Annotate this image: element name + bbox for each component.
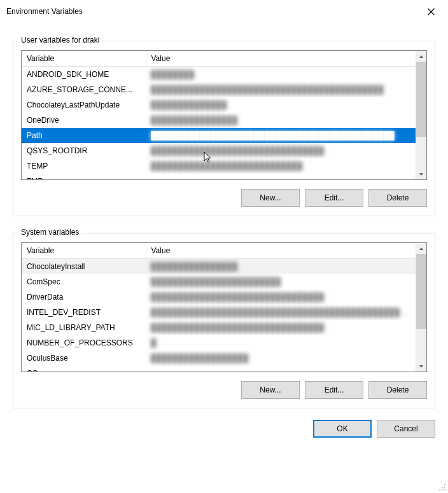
system-variables-table[interactable]: Variable Value ChocolateyInstall████████…: [21, 242, 427, 372]
svg-point-1: [442, 487, 443, 488]
system-variables-group: System variables Variable Value Chocolat…: [13, 233, 435, 408]
system-new-button[interactable]: New...: [241, 381, 300, 399]
system-scrollbar[interactable]: [416, 243, 426, 371]
table-row[interactable]: TEMP████████████████████████████: [22, 158, 416, 174]
user-variables-table[interactable]: Variable Value ANDROID_SDK_HOME████████A…: [21, 50, 427, 180]
scroll-down-button[interactable]: [416, 361, 426, 371]
close-button[interactable]: [423, 3, 439, 20]
variable-name-cell: OneDrive: [22, 113, 146, 128]
system-variables-label: System variables: [18, 228, 81, 237]
variable-value-cell: ████████████████████████████: [146, 158, 416, 174]
user-delete-button[interactable]: Delete: [368, 189, 427, 207]
close-icon: [428, 8, 435, 15]
dialog-title: Environment Variables: [6, 7, 83, 16]
user-new-button[interactable]: New...: [241, 189, 300, 207]
ok-button[interactable]: OK: [313, 420, 372, 438]
system-edit-button[interactable]: Edit...: [305, 381, 363, 399]
variable-value-cell: ████████████████: [146, 113, 416, 128]
svg-point-2: [444, 487, 445, 488]
table-row[interactable]: INTEL_DEV_REDIST████████████████████████…: [22, 305, 416, 320]
table-row[interactable]: Path████████████████████████████████████…: [22, 128, 416, 143]
svg-point-0: [444, 484, 445, 485]
variable-name-cell: ComSpec: [22, 274, 146, 289]
system-col-value[interactable]: Value: [146, 243, 416, 259]
scroll-up-button[interactable]: [416, 243, 426, 254]
variable-name-cell: Path: [22, 128, 146, 143]
user-col-variable[interactable]: Variable: [22, 51, 146, 67]
user-scrollbar[interactable]: [416, 51, 426, 179]
variable-name-cell: TEMP: [22, 158, 146, 174]
variable-value-cell: ████████████████████████████████████████…: [146, 82, 416, 97]
table-row[interactable]: ChocolateyInstall████████████████: [22, 259, 416, 274]
system-delete-button[interactable]: Delete: [368, 381, 427, 399]
title-bar: Environment Variables: [0, 0, 448, 23]
variable-name-cell: TMP: [22, 174, 146, 180]
variable-value-cell: ████████████████: [146, 259, 416, 274]
user-variables-label: User variables for draki: [18, 36, 102, 45]
variable-value-cell: [146, 366, 416, 372]
table-row[interactable]: AZURE_STORAGE_CONNE...██████████████████…: [22, 82, 416, 97]
variable-name-cell: ChocolateyLastPathUpdate: [22, 97, 146, 113]
variable-name-cell: ANDROID_SDK_HOME: [22, 67, 146, 82]
table-row[interactable]: DriverData██████████████████████████████…: [22, 289, 416, 305]
cancel-button[interactable]: Cancel: [377, 420, 435, 438]
table-row[interactable]: NUMBER_OF_PROCESSORS█: [22, 335, 416, 351]
table-row[interactable]: OS: [22, 366, 416, 372]
variable-name-cell: AZURE_STORAGE_CONNE...: [22, 82, 146, 97]
variable-name-cell: DriverData: [22, 289, 146, 305]
table-row[interactable]: ANDROID_SDK_HOME████████: [22, 67, 416, 82]
scroll-track[interactable]: [416, 62, 426, 169]
table-row[interactable]: OculusBase██████████████████: [22, 351, 416, 366]
variable-name-cell: OculusBase: [22, 351, 146, 366]
scroll-up-button[interactable]: [416, 51, 426, 62]
resize-grip[interactable]: [438, 483, 446, 491]
user-edit-button[interactable]: Edit...: [305, 189, 363, 207]
variable-name-cell: MIC_LD_LIBRARY_PATH: [22, 320, 146, 335]
variable-name-cell: OS: [22, 366, 146, 372]
variable-name-cell: INTEL_DEV_REDIST: [22, 305, 146, 320]
table-row[interactable]: MIC_LD_LIBRARY_PATH█████████████████████…: [22, 320, 416, 335]
variable-name-cell: NUMBER_OF_PROCESSORS: [22, 335, 146, 351]
system-col-variable[interactable]: Variable: [22, 243, 146, 259]
svg-point-4: [442, 489, 443, 490]
variable-value-cell: █: [146, 335, 416, 351]
user-col-value[interactable]: Value: [146, 51, 416, 67]
table-row[interactable]: QSYS_ROOTDIR████████████████████████████…: [22, 143, 416, 158]
svg-point-3: [439, 489, 440, 490]
variable-value-cell: ████████████████████████: [146, 274, 416, 289]
variable-value-cell: ████████████████████████████████: [146, 320, 416, 335]
scroll-down-button[interactable]: [416, 169, 426, 179]
svg-point-5: [444, 489, 445, 490]
table-row[interactable]: ChocolateyLastPathUpdate██████████████: [22, 97, 416, 113]
variable-value-cell: ████████████████████████████████████████…: [146, 305, 416, 320]
variable-name-cell: QSYS_ROOTDIR: [22, 143, 146, 158]
scroll-thumb[interactable]: [416, 62, 426, 137]
scroll-track[interactable]: [416, 254, 426, 361]
variable-value-cell: ██████████████████: [146, 351, 416, 366]
variable-value-cell: ████████: [146, 67, 416, 82]
variable-value-cell: ████████████████████████████████: [146, 143, 416, 158]
scroll-thumb[interactable]: [416, 254, 426, 329]
table-row[interactable]: OneDrive████████████████: [22, 113, 416, 128]
variable-value-cell: [146, 174, 416, 180]
variable-value-cell: ██████████████: [146, 97, 416, 113]
variable-name-cell: ChocolateyInstall: [22, 259, 146, 274]
variable-value-cell: ████████████████████████████████: [146, 289, 416, 305]
variable-value-cell: ████████████████████████████████████████…: [146, 128, 416, 143]
table-row[interactable]: TMP: [22, 174, 416, 180]
user-variables-group: User variables for draki Variable Value …: [13, 41, 435, 216]
table-row[interactable]: ComSpec████████████████████████: [22, 274, 416, 289]
